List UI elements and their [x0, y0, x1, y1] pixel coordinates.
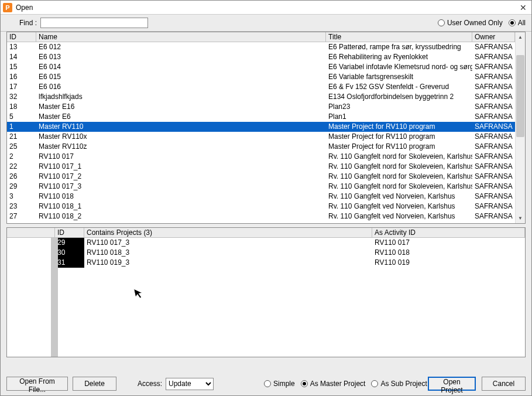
table-row[interactable]: 22RV110 017_1Rv. 110 Gangfelt nord for S… [7, 162, 515, 172]
find-input[interactable] [40, 18, 148, 28]
table-row[interactable]: 23RV110 018_1Rv. 110 Gangfelt ved Norvei… [7, 202, 515, 211]
cell-owner: SAFRANSA [472, 52, 515, 62]
detail-row[interactable]: 30RV110 018_3RV110 018 [7, 248, 525, 258]
cell-title: Rv. 110 Gangfelt ved Norveien, Karlshus [326, 192, 472, 202]
table-row[interactable]: 25Master RV110zMaster Project for RV110 … [7, 142, 515, 152]
cell-title: Master Project for RV110 program [326, 132, 472, 142]
table-row[interactable]: 16E6 015E6 Variable fartsgrenseskiltSAFR… [7, 72, 515, 82]
cell-id: 26 [7, 172, 36, 182]
access-select[interactable]: Update [166, 378, 214, 390]
table-row[interactable]: 32lfkjadshlfkjadsE134 Oslofjordforbindel… [7, 92, 515, 102]
table-row[interactable]: 21Master RV110xMaster Project for RV110 … [7, 132, 515, 142]
cell-name: E6 014 [36, 62, 326, 72]
cell-id: 2 [7, 152, 36, 162]
cell-id: 13 [7, 42, 36, 52]
open-project-button[interactable]: Open Project [428, 377, 476, 391]
cell-owner: SAFRANSA [472, 132, 515, 142]
header-title[interactable]: Title [326, 32, 472, 42]
detail-id: 31 [55, 258, 84, 268]
project-grid: ID Name Title Owner 13E6 012E6 Patterød,… [6, 32, 526, 224]
cell-name: E6 016 [36, 82, 326, 92]
detail-row[interactable]: 29RV110 017_3RV110 017 [7, 238, 525, 248]
radio-user-owned[interactable]: User Owned Only [438, 19, 503, 27]
detail-header-contains[interactable]: Contains Projects (3) [84, 228, 372, 237]
cell-name: Master RV110z [36, 142, 326, 152]
cell-id: 16 [7, 72, 36, 82]
table-row[interactable]: 3RV110 018Rv. 110 Gangfelt ved Norveien,… [7, 192, 515, 202]
header-name[interactable]: Name [36, 32, 326, 42]
cell-owner: SAFRANSA [472, 42, 515, 52]
cell-id: 5 [7, 112, 36, 122]
titlebar: P Open ✕ [1, 1, 531, 15]
radio-simple[interactable]: Simple [264, 380, 295, 388]
table-row[interactable]: 1Master RV110Master Project for RV110 pr… [7, 122, 515, 132]
table-row[interactable]: 17E6 016E6 & Fv 152 GSV Stenfeldt - Grev… [7, 82, 515, 92]
header-id[interactable]: ID [7, 32, 36, 42]
radio-all[interactable]: All [509, 19, 526, 27]
cell-owner: SAFRANSA [472, 72, 515, 82]
detail-header-activity[interactable]: As Activity ID [372, 228, 525, 237]
scroll-down-icon[interactable]: ▼ [516, 213, 525, 223]
cell-name: RV110 018_2 [36, 211, 326, 221]
cell-name: RV110 017_3 [36, 182, 326, 192]
cell-owner: SAFRANSA [472, 172, 515, 182]
table-row[interactable]: 15E6 014E6 Variabel infotavle Klemetsrud… [7, 62, 515, 72]
detail-activity: RV110 018 [372, 248, 525, 258]
radio-icon [371, 380, 378, 387]
detail-spacer [7, 258, 55, 268]
delete-button[interactable]: Delete [73, 377, 116, 391]
table-row[interactable]: 26RV110 017_2Rv. 110 Gangfelt nord for S… [7, 172, 515, 182]
table-row[interactable]: 27RV110 018_2Rv. 110 Gangfelt ved Norvei… [7, 211, 515, 221]
close-icon[interactable]: ✕ [519, 3, 528, 12]
app-icon: P [3, 3, 12, 12]
cell-owner: SAFRANSA [472, 92, 515, 102]
cell-id: 3 [7, 192, 36, 202]
cell-name: E6 012 [36, 42, 326, 52]
radio-user-owned-label: User Owned Only [447, 19, 503, 27]
cell-id: 14 [7, 52, 36, 62]
cancel-button[interactable]: Cancel [482, 377, 526, 391]
cell-title: E6 Variable fartsgrenseskilt [326, 72, 472, 82]
cell-name: RV110 018 [36, 192, 326, 202]
cell-name: lfkjadshlfkjads [36, 92, 326, 102]
radio-icon [509, 19, 516, 26]
cell-name: RV110 017 [36, 152, 326, 162]
detail-row[interactable]: 31RV110 019_3RV110 019 [7, 258, 525, 268]
toolbar: Find : User Owned Only All [1, 15, 531, 32]
cell-owner: SAFRANSA [472, 142, 515, 152]
detail-header-spacer [7, 228, 55, 237]
grid-header: ID Name Title Owner [7, 32, 515, 42]
detail-id: 30 [55, 248, 84, 258]
bottom-bar: Open From File... Delete Access: Update … [1, 372, 531, 395]
cell-title: E6 Rehabilitering av Ryenlokket [326, 52, 472, 62]
scroll-thumb[interactable] [516, 55, 524, 137]
detail-spacer [7, 238, 55, 248]
scrollbar-vertical[interactable]: ▲ ▼ [515, 32, 525, 223]
cell-owner: SAFRANSA [472, 211, 515, 221]
cell-owner: SAFRANSA [472, 152, 515, 162]
detail-id: 29 [55, 238, 84, 248]
table-row[interactable]: 13E6 012E6 Patterød, rampe fra sør, krys… [7, 42, 515, 52]
table-row[interactable]: 14E6 013E6 Rehabilitering av RyenlokketS… [7, 52, 515, 62]
cell-owner: SAFRANSA [472, 122, 515, 132]
table-row[interactable]: 2RV110 017Rv. 110 Gangfelt nord for Skol… [7, 152, 515, 162]
scroll-track[interactable] [516, 42, 525, 213]
cell-title: E134 Oslofjordforbindelsen byggetrinn 2 [326, 92, 472, 102]
scroll-up-icon[interactable]: ▲ [516, 32, 525, 42]
cell-owner: SAFRANSA [472, 182, 515, 192]
detail-header-id[interactable]: ID [55, 228, 84, 237]
open-from-file-button[interactable]: Open From File... [6, 377, 68, 391]
table-row[interactable]: 29RV110 017_3Rv. 110 Gangfelt nord for S… [7, 182, 515, 192]
table-row[interactable]: 5Master E6Plan1SAFRANSA [7, 112, 515, 122]
table-row[interactable]: 18Master E16Plan23SAFRANSA [7, 102, 515, 112]
radio-sub-label: As Sub Project [380, 380, 427, 388]
radio-master[interactable]: As Master Project [301, 380, 366, 388]
radio-sub[interactable]: As Sub Project [371, 380, 427, 388]
detail-contains: RV110 018_3 [84, 248, 372, 258]
header-owner[interactable]: Owner [472, 32, 515, 42]
cell-title: Plan23 [326, 102, 472, 112]
cell-title: E6 & Fv 152 GSV Stenfeldt - Greverud [326, 82, 472, 92]
radio-icon [301, 380, 308, 387]
detail-body: 29RV110 017_3RV110 01730RV110 018_3RV110… [7, 238, 525, 357]
grid-body: 13E6 012E6 Patterød, rampe fra sør, krys… [7, 42, 515, 223]
